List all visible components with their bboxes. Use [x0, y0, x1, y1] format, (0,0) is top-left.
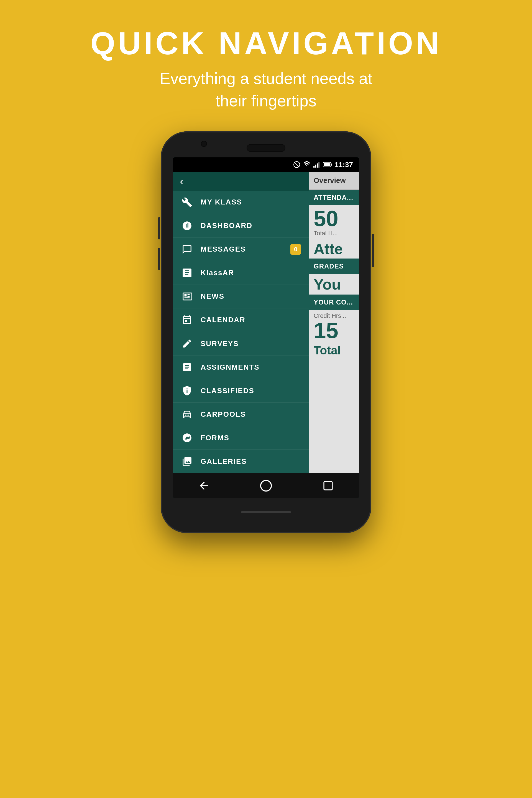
- news-icon: [180, 290, 193, 303]
- dashboard-icon: [180, 220, 193, 232]
- svg-rect-4: [317, 164, 318, 168]
- back-chevron-icon[interactable]: ‹: [180, 176, 184, 187]
- power-button[interactable]: [372, 234, 374, 267]
- calendar-label: CALENDAR: [201, 316, 246, 324]
- volume-down-button[interactable]: [158, 248, 160, 270]
- signal-icon: [313, 161, 320, 168]
- forms-icon: [180, 432, 193, 444]
- wifi-icon: [303, 161, 310, 168]
- nav-item-galleries[interactable]: GALLERIES: [173, 450, 309, 473]
- assignments-label: ASSIGNMENTS: [201, 363, 260, 372]
- phone-screen: 11:37 ‹ MY KLASS: [173, 157, 359, 498]
- attendance-status: Atte: [309, 239, 359, 259]
- back-bar: ‹: [173, 172, 309, 190]
- phone-top: [161, 131, 371, 156]
- battery-icon: [323, 162, 332, 167]
- page-background: QUICK NAVIGATION Everything a student ne…: [0, 0, 532, 798]
- front-camera: [201, 141, 207, 147]
- app-content: ‹ MY KLASS DASH: [173, 172, 359, 473]
- attendance-label: Total H...: [309, 230, 359, 239]
- forms-label: FORMS: [201, 434, 229, 442]
- circle-slash-icon: [293, 161, 300, 168]
- messages-label: MESSAGES: [201, 245, 246, 253]
- klassar-label: KlassAR: [201, 268, 234, 277]
- carpools-icon: [180, 408, 193, 421]
- messages-icon: [180, 243, 193, 256]
- calendar-icon: [180, 314, 193, 326]
- classifieds-icon: [180, 384, 193, 397]
- home-circle-icon: [260, 479, 272, 492]
- messages-badge: 0: [290, 244, 301, 255]
- svg-rect-10: [324, 481, 332, 490]
- surveys-icon: [180, 337, 193, 350]
- courses-footer: Total: [309, 342, 359, 359]
- nav-item-forms[interactable]: FORMS: [173, 426, 309, 450]
- speaker-grill: [247, 144, 285, 152]
- back-triangle-icon: [198, 480, 210, 492]
- status-time: 11:37: [335, 160, 353, 169]
- nav-drawer: ‹ MY KLASS DASH: [173, 172, 309, 473]
- nav-recents-button[interactable]: [318, 476, 338, 495]
- phone-shell: 11:37 ‹ MY KLASS: [161, 131, 371, 533]
- nav-item-calendar[interactable]: CALENDAR: [173, 308, 309, 332]
- right-panel: Overview ATTENDA... 50 Total H... Atte: [309, 172, 359, 473]
- my-klass-icon: [180, 196, 193, 209]
- nav-item-surveys[interactable]: SURVEYS: [173, 332, 309, 356]
- grades-value: You: [309, 274, 359, 294]
- nav-item-messages[interactable]: MESSAGES 0: [173, 238, 309, 261]
- galleries-icon: [180, 455, 193, 468]
- nav-back-button[interactable]: [194, 476, 214, 495]
- svg-point-9: [261, 480, 271, 491]
- news-label: NEWS: [201, 292, 225, 301]
- page-title: QUICK NAVIGATION: [90, 25, 441, 61]
- attendance-value: 50: [309, 205, 359, 230]
- home-indicator: [241, 511, 291, 513]
- courses-value: 15: [309, 320, 359, 342]
- dashboard-label: DASHBOARD: [201, 222, 252, 230]
- nav-item-dashboard[interactable]: DASHBOARD: [173, 214, 309, 238]
- galleries-label: GALLERIES: [201, 457, 247, 466]
- status-bar: 11:37: [173, 157, 359, 172]
- svg-rect-7: [331, 164, 332, 166]
- courses-section-header: YOUR CO...: [309, 294, 359, 310]
- svg-line-1: [294, 163, 299, 167]
- nav-item-klassar[interactable]: KlassAR: [173, 261, 309, 285]
- nav-item-assignments[interactable]: ASSIGNMENTS: [173, 356, 309, 379]
- klassar-icon: [180, 267, 193, 279]
- classifieds-label: CLASSIFIEDS: [201, 386, 254, 395]
- nav-item-carpools[interactable]: CARPOOLS: [173, 403, 309, 426]
- phone-bottom: [161, 498, 371, 526]
- page-header: QUICK NAVIGATION Everything a student ne…: [90, 25, 441, 112]
- nav-item-my-klass[interactable]: MY KLASS: [173, 191, 309, 214]
- overview-tab[interactable]: Overview: [309, 172, 359, 190]
- nav-item-classifieds[interactable]: CLASSIFIEDS: [173, 379, 309, 403]
- carpools-label: CARPOOLS: [201, 410, 246, 419]
- page-subtitle: Everything a student needs at their fing…: [90, 67, 441, 112]
- svg-rect-3: [315, 165, 316, 168]
- grades-section-header: GRADES: [309, 259, 359, 274]
- status-icons-group: [293, 161, 332, 168]
- recents-square-icon: [323, 480, 334, 491]
- nav-home-button[interactable]: [256, 476, 276, 495]
- attendance-section-header: ATTENDA...: [309, 190, 359, 205]
- svg-rect-5: [318, 163, 319, 168]
- bottom-nav-bar: [173, 473, 359, 498]
- svg-rect-2: [314, 166, 315, 168]
- nav-item-news[interactable]: NEWS: [173, 285, 309, 308]
- svg-rect-8: [324, 163, 330, 166]
- volume-up-button[interactable]: [158, 217, 160, 240]
- assignments-icon: [180, 361, 193, 374]
- surveys-label: SURVEYS: [201, 339, 239, 348]
- my-klass-label: MY KLASS: [201, 198, 242, 206]
